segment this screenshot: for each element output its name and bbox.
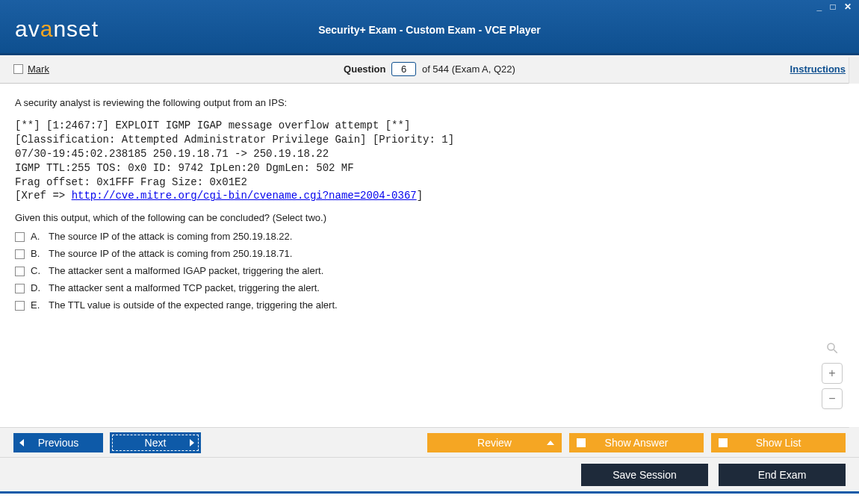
option-checkbox[interactable] <box>15 267 25 276</box>
question-label: Question <box>344 63 385 75</box>
question-toolbar: Mark Question 6 of 544 (Exam A, Q22) Ins… <box>0 55 859 84</box>
show-list-checkbox[interactable] <box>719 438 728 447</box>
show-list-button[interactable]: Show List <box>711 433 846 452</box>
mark-checkbox[interactable] <box>13 64 23 74</box>
footer-accent <box>0 491 859 494</box>
title-bar: avanset Security+ Exam - Custom Exam - V… <box>0 0 859 55</box>
show-answer-checkbox[interactable] <box>577 438 586 447</box>
svg-line-1 <box>834 349 837 353</box>
instructions-link[interactable]: Instructions <box>790 63 846 75</box>
option-a: A.The source IP of the attack is coming … <box>15 231 844 242</box>
ips-output: [**] [1:2467:7] EXPLOIT IGMP IGAP messag… <box>15 119 844 203</box>
question-content: A security analyst is reviewing the foll… <box>0 84 859 427</box>
zoom-in-button[interactable]: + <box>822 363 843 384</box>
question-number[interactable]: 6 <box>391 62 416 76</box>
svg-point-0 <box>828 343 834 350</box>
next-button[interactable]: Next <box>111 433 200 452</box>
magnify-icon[interactable] <box>822 337 843 358</box>
answer-options: A.The source IP of the attack is coming … <box>15 231 844 311</box>
option-checkbox[interactable] <box>15 232 25 242</box>
navigation-bar: Previous Next Review Show Answer Show Li… <box>0 427 859 457</box>
chevron-left-icon <box>19 439 24 447</box>
window-title: Security+ Exam - Custom Exam - VCE Playe… <box>0 24 859 36</box>
question-stem: A security analyst is reviewing the foll… <box>15 97 844 108</box>
xref-link[interactable]: http://cve.mitre.org/cgi-bin/cvename.cgi… <box>72 190 417 202</box>
option-c: C.The attacker sent a malformed IGAP pac… <box>15 265 844 276</box>
option-checkbox[interactable] <box>15 284 25 293</box>
option-checkbox[interactable] <box>15 249 25 259</box>
review-button[interactable]: Review <box>427 433 562 452</box>
chevron-right-icon <box>190 439 194 447</box>
bottom-bar: Save Session End Exam <box>0 457 859 491</box>
option-d: D.The attacker sent a malformed TCP pack… <box>15 282 844 293</box>
previous-button[interactable]: Previous <box>13 433 103 452</box>
end-exam-button[interactable]: End Exam <box>719 464 846 486</box>
option-e: E.The TTL value is outside of the expect… <box>15 299 844 311</box>
save-session-button[interactable]: Save Session <box>581 464 708 486</box>
zoom-out-button[interactable]: − <box>822 388 843 409</box>
question-instruction: Given this output, which of the followin… <box>15 212 844 223</box>
mark-label[interactable]: Mark <box>28 63 49 75</box>
option-b: B.The source IP of the attack is coming … <box>15 248 844 259</box>
show-answer-button[interactable]: Show Answer <box>569 433 704 452</box>
question-suffix: of 544 (Exam A, Q22) <box>422 63 515 75</box>
option-checkbox[interactable] <box>15 301 25 311</box>
chevron-up-icon <box>547 441 554 445</box>
window-controls[interactable]: _ □ ✕ <box>816 1 855 12</box>
